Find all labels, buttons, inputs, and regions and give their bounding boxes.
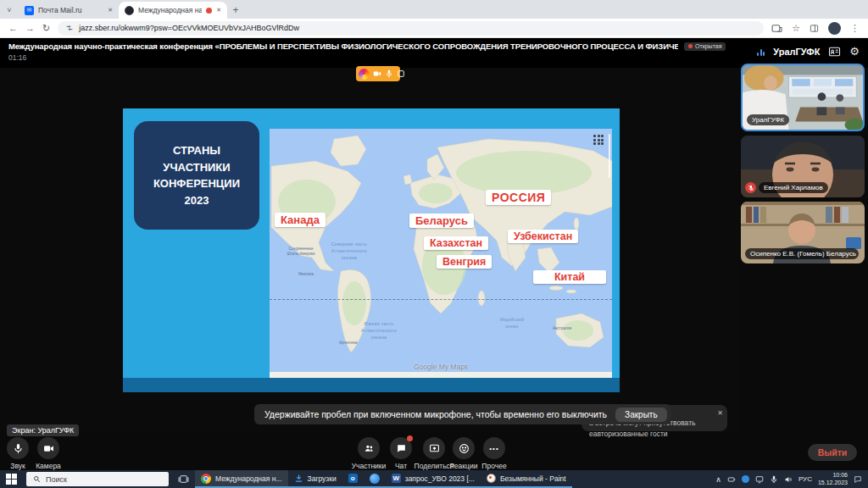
recording-app-icon[interactable] <box>742 475 749 483</box>
camera-icon <box>43 443 54 454</box>
microphone-icon[interactable] <box>385 69 393 78</box>
downloads-icon <box>294 474 303 483</box>
recording-dot-icon <box>206 8 212 14</box>
task-view-button[interactable] <box>172 470 195 488</box>
country-label-kazakhstan: Казахстан <box>424 236 488 250</box>
more-label: Прочее <box>472 462 516 470</box>
toolbar-right: ☆ ⋮ <box>771 22 860 35</box>
badge-label: Открытая <box>695 43 721 49</box>
taskbar-paint[interactable]: Безымянный - Paint <box>481 470 572 488</box>
profile-avatar[interactable] <box>828 22 841 35</box>
presentation-slide: СТРАНЫ УЧАСТНИКИ КОНФЕРЕНЦИИ 2023 <box>123 108 620 392</box>
address-bar[interactable]: jazz.sber.ru/okwwm9?psw=OEcVVkMOEUVbVxJA… <box>58 21 764 36</box>
start-button[interactable] <box>0 470 23 488</box>
windows-taskbar: Поиск Международная н... Загрузки o W за… <box>0 470 868 488</box>
tab-close-icon[interactable]: ✕ <box>216 7 221 14</box>
meeting-timer: 01:16 <box>8 53 860 62</box>
forward-icon[interactable]: → <box>25 24 35 33</box>
display-icon[interactable] <box>755 475 764 484</box>
taskbar-word-label: запрос_УВО 2023 [... <box>405 474 475 483</box>
camera-icon[interactable] <box>373 69 381 78</box>
country-label-uzbekistan: Узбекистан <box>508 230 578 243</box>
participant-name: УралГУФК <box>747 114 789 125</box>
volume-icon[interactable] <box>784 475 793 484</box>
site-info-icon[interactable] <box>65 24 74 32</box>
search-placeholder: Поиск <box>46 475 67 484</box>
mic-hint-text: Удерживайте пробел при включенном микроф… <box>264 409 607 419</box>
more-dots-icon: ••• <box>489 445 498 452</box>
leave-button[interactable]: Выйти <box>808 444 857 461</box>
tab-search-icon[interactable]: ˅ <box>0 2 19 19</box>
participants-icon <box>364 443 375 454</box>
screen-share-label: Экран: УралГУФК <box>7 424 79 436</box>
open-meeting-badge: Открытая <box>684 42 726 51</box>
country-label-belarus: Беларусь <box>409 214 474 228</box>
map-scrollbar[interactable] <box>609 134 610 178</box>
muted-mic-icon <box>745 182 756 193</box>
camera-label: Камера <box>26 462 70 470</box>
tab-conference[interactable]: Международная научно-п ✕ <box>119 2 227 19</box>
header-right: УралГУФК ⚙ <box>757 46 860 57</box>
map-label-australia: Австралия <box>553 326 571 331</box>
bookmark-star-icon[interactable]: ☆ <box>792 23 800 34</box>
taskbar-word[interactable]: W запрос_УВО 2023 [... <box>386 470 481 488</box>
side-panel-icon[interactable] <box>810 24 819 33</box>
country-label-china: Китай <box>533 270 606 284</box>
tab-mail[interactable]: ✉ Почта Mail.ru ✕ <box>19 2 119 19</box>
participant-name: Евгений Харламов <box>759 182 828 193</box>
toast-close-icon[interactable]: ✕ <box>717 408 723 419</box>
battery-icon[interactable] <box>727 475 736 484</box>
conference-title: Международная научно-практическая конфер… <box>8 42 678 51</box>
taskbar-jazz[interactable] <box>364 470 386 488</box>
windows-logo-icon <box>6 474 17 485</box>
contact-card-icon[interactable] <box>828 47 841 57</box>
ocean-label-north-atlantic: Северная часть Атлантического океана <box>316 241 382 261</box>
tab-conference-label: Международная научно-п <box>138 6 202 14</box>
jazz-favicon-icon <box>125 6 134 15</box>
badge-dot-icon <box>688 44 693 48</box>
taskbar-search[interactable]: Поиск <box>26 472 169 486</box>
taskbar-downloads[interactable]: Загрузки <box>288 470 342 488</box>
task-view-icon <box>178 474 189 485</box>
participant-tile-osipenko[interactable]: Осипенко Е.В. (Гомель) Беларусь <box>741 202 865 263</box>
new-tab-button[interactable]: + <box>227 2 244 19</box>
taskbar-paint-label: Безымянный - Paint <box>500 474 566 483</box>
ocean-label-south-atlantic: Южная часть Атлантического океана <box>348 321 409 341</box>
world-map[interactable]: Канада РОССИЯ Беларусь Казахстан Узбекис… <box>270 129 612 378</box>
taskbar-outlook[interactable]: o <box>342 470 364 488</box>
taskbar-clock[interactable]: 10:06 15.12.2023 <box>818 472 848 487</box>
taskbar-downloads-label: Загрузки <box>308 474 337 483</box>
back-icon[interactable]: ← <box>8 24 18 33</box>
language-indicator[interactable]: РУС <box>798 475 812 483</box>
country-label-hungary: Венгрия <box>437 255 492 269</box>
clock-date: 15.12.2023 <box>818 480 848 485</box>
close-button[interactable]: Закрыть <box>615 408 667 422</box>
share-screen-icon <box>429 443 440 454</box>
search-icon <box>33 475 41 483</box>
reload-icon[interactable]: ↻ <box>42 24 50 33</box>
tab-close-icon[interactable]: ✕ <box>108 7 113 14</box>
share-control-toolbar[interactable] <box>356 66 400 81</box>
action-center-icon[interactable] <box>854 475 862 484</box>
chrome-icon <box>201 474 211 484</box>
tray-mic-icon[interactable] <box>770 475 778 484</box>
settings-gear-icon[interactable]: ⚙ <box>849 46 860 57</box>
more-button[interactable]: ••• Прочее <box>472 437 516 470</box>
map-grid-icon[interactable] <box>593 135 604 145</box>
browser-toolbar: ← → ↻ jazz.sber.ru/okwwm9?psw=OEcVVkMOEU… <box>0 19 868 38</box>
map-label-mexico: Мексика <box>298 272 314 277</box>
participant-tile-kharlamov[interactable]: Евгений Харламов <box>741 136 865 197</box>
taskbar-chrome[interactable]: Международная н... <box>195 470 288 488</box>
media-control-icon[interactable] <box>771 24 782 33</box>
browser-menu-icon[interactable]: ⋮ <box>850 23 860 34</box>
camera-button[interactable]: Камера <box>26 437 70 470</box>
ocean-label-indian: Индийский океан <box>486 317 538 330</box>
taskbar-chrome-label: Международная н... <box>215 474 282 483</box>
tab-mail-label: Почта Mail.ru <box>38 6 103 14</box>
stop-share-icon[interactable] <box>397 69 405 78</box>
tray-chevron-icon[interactable]: ∧ <box>715 475 721 484</box>
participant-tile-uralgufk[interactable]: УралГУФК <box>741 64 865 131</box>
browser-tab-strip: ˅ ✉ Почта Mail.ru ✕ Международная научно… <box>0 0 868 19</box>
active-speaker-icon <box>757 47 765 56</box>
screen: ˅ ✉ Почта Mail.ru ✕ Международная научно… <box>0 0 868 488</box>
